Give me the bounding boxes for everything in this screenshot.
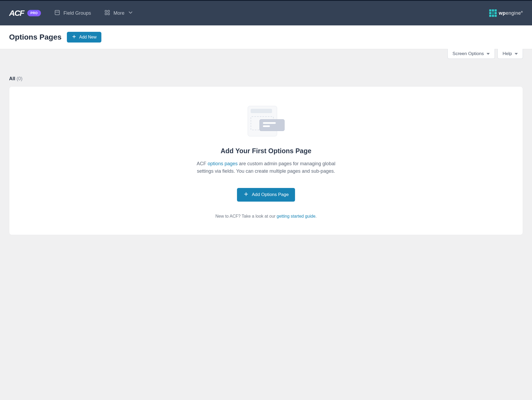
svg-rect-0 (55, 10, 60, 15)
add-new-button[interactable]: Add New (67, 32, 101, 43)
filter-all[interactable]: All (0) (9, 76, 22, 81)
screen-options-label: Screen Options (453, 51, 484, 56)
brand-logo[interactable]: ACF PRO (9, 9, 41, 18)
plus-icon (243, 191, 249, 198)
nav-label: Field Groups (63, 10, 91, 16)
wpengine-mark-icon (489, 9, 497, 17)
caret-down-icon (487, 53, 490, 55)
nav-field-groups[interactable]: Field Groups (54, 10, 91, 17)
empty-state-card: Add Your First Options Page ACF options … (9, 86, 523, 235)
add-options-page-label: Add Options Page (252, 192, 289, 197)
layout-icon (54, 10, 60, 17)
svg-rect-2 (105, 10, 107, 12)
add-new-label: Add New (79, 35, 97, 40)
pro-badge: PRO (27, 10, 41, 16)
empty-footer: New to ACF? Take a look at our getting s… (215, 214, 317, 219)
nav-label: More (113, 10, 124, 16)
caret-down-icon (515, 53, 518, 55)
plus-icon (72, 34, 76, 40)
app-header: ACF PRO Field Groups More (0, 1, 532, 25)
acf-logo-text: ACF (9, 9, 24, 18)
help-toggle[interactable]: Help (497, 49, 523, 59)
meta-row: Screen Options Help (0, 49, 532, 60)
title-bar: Options Pages Add New (0, 25, 532, 49)
filter-all-count: (0) (17, 76, 22, 81)
help-label: Help (503, 51, 512, 56)
filter-row: All (0) (0, 60, 532, 86)
svg-rect-3 (108, 10, 109, 12)
getting-started-link[interactable]: getting started guide (277, 214, 315, 218)
screen-options-toggle[interactable]: Screen Options (447, 49, 495, 59)
empty-illustration-icon (248, 106, 285, 137)
wpengine-text: wpengine® (499, 10, 523, 16)
wpengine-logo[interactable]: wpengine® (489, 9, 523, 17)
nav-more[interactable]: More (104, 10, 133, 17)
filter-all-label: All (9, 76, 15, 81)
add-options-page-button[interactable]: Add Options Page (237, 188, 295, 202)
svg-rect-4 (105, 13, 107, 14)
chevron-down-icon (128, 10, 133, 17)
grid-icon (104, 10, 110, 17)
page-title: Options Pages (9, 33, 62, 41)
svg-rect-5 (108, 13, 109, 14)
options-pages-link[interactable]: options pages (208, 161, 238, 166)
empty-heading: Add Your First Options Page (221, 147, 311, 155)
empty-description: ACF options pages are custom admin pages… (197, 160, 336, 175)
